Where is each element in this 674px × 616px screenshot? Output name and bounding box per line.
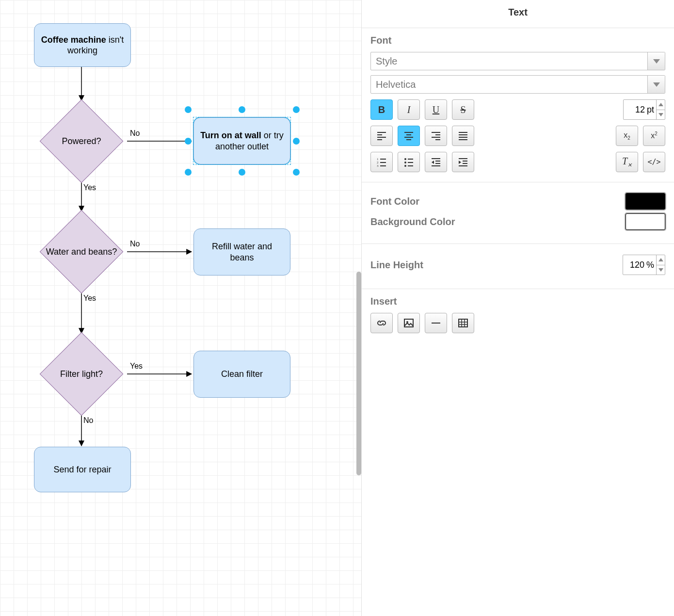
canvas[interactable]: Coffee machine isn't working Powered? Wa… — [0, 0, 362, 616]
svg-point-10 — [404, 158, 406, 160]
node-start-label: Coffee machine isn't working — [40, 34, 125, 56]
font-size-down[interactable] — [657, 110, 665, 120]
font-size-input[interactable]: 12 pt — [623, 99, 665, 120]
dropdown-icon — [647, 52, 665, 70]
html-button[interactable]: </> — [643, 152, 665, 172]
insert-link-button[interactable] — [370, 313, 393, 333]
node-refill[interactable]: Refill water and beans — [193, 228, 290, 276]
font-style-value: Style — [371, 56, 647, 67]
node-clean[interactable]: Clean filter — [193, 351, 290, 398]
clear-format-button[interactable]: T✕ — [616, 152, 638, 172]
node-turn-on-label: Turn on at wall or try another outlet — [200, 130, 284, 152]
node-powered[interactable]: Powered? — [52, 112, 111, 171]
align-center-button[interactable] — [398, 126, 420, 146]
font-color-swatch[interactable] — [626, 193, 665, 210]
node-repair-label: Send for repair — [53, 464, 111, 475]
svg-rect-15 — [459, 319, 467, 327]
node-refill-label: Refill water and beans — [200, 241, 284, 263]
svg-rect-13 — [404, 319, 413, 327]
svg-point-11 — [404, 162, 406, 163]
insert-hr-button[interactable] — [425, 313, 447, 333]
node-clean-label: Clean filter — [221, 369, 263, 380]
dropdown-icon — [647, 76, 665, 93]
canvas-scrollbar[interactable] — [356, 272, 361, 475]
edge-label-no1[interactable]: No — [130, 129, 140, 138]
insert-section: Insert — [362, 289, 674, 343]
format-panel: Text Font Style Helvetica B I U S 12 pt — [362, 0, 674, 616]
node-turn-on[interactable]: Turn on at wall or try another outlet — [193, 117, 290, 164]
svg-point-12 — [404, 165, 406, 167]
panel-title: Text — [362, 0, 674, 28]
font-family-value: Helvetica — [371, 79, 647, 90]
node-powered-label: Powered? — [62, 136, 101, 147]
ordered-list-button[interactable]: 123 — [370, 152, 393, 172]
svg-text:3: 3 — [377, 164, 379, 168]
node-repair[interactable]: Send for repair — [34, 447, 131, 492]
bold-button[interactable]: B — [370, 99, 393, 120]
node-waterbeans[interactable]: Water and beans? — [52, 222, 111, 281]
underline-button[interactable]: U — [425, 99, 447, 120]
node-filter[interactable]: Filter light? — [52, 344, 111, 404]
font-size-up[interactable] — [657, 100, 665, 110]
bg-color-label: Background Color — [370, 216, 455, 227]
insert-table-button[interactable] — [452, 313, 474, 333]
indent-button[interactable] — [452, 152, 474, 172]
strike-button[interactable]: S — [452, 99, 474, 120]
edges-layer — [0, 0, 361, 616]
line-height-up[interactable] — [657, 255, 665, 265]
font-style-select[interactable]: Style — [370, 52, 665, 70]
line-height-label: Line Height — [370, 259, 423, 271]
unordered-list-button[interactable] — [398, 152, 420, 172]
line-height-input[interactable]: 120 % — [623, 255, 665, 275]
edge-label-yes3[interactable]: Yes — [130, 362, 143, 371]
font-color-label: Font Color — [370, 196, 419, 207]
colors-section: Font Color Background Color — [362, 182, 674, 243]
font-family-select[interactable]: Helvetica — [370, 75, 665, 94]
subscript-button[interactable]: x2 — [616, 126, 638, 146]
insert-section-title: Insert — [370, 296, 665, 307]
align-justify-button[interactable] — [452, 126, 474, 146]
edge-label-yes2[interactable]: Yes — [83, 294, 96, 303]
node-filter-label: Filter light? — [60, 369, 103, 380]
bg-color-swatch[interactable] — [626, 213, 665, 230]
edge-label-no2[interactable]: No — [130, 240, 140, 248]
line-height-down[interactable] — [657, 265, 665, 275]
align-left-button[interactable] — [370, 126, 393, 146]
outdent-button[interactable] — [425, 152, 447, 172]
align-right-button[interactable] — [425, 126, 447, 146]
line-height-section: Line Height 120 % — [362, 243, 674, 289]
font-section-title: Font — [370, 35, 665, 46]
superscript-button[interactable]: x2 — [643, 126, 665, 146]
edge-label-no3[interactable]: No — [83, 416, 93, 425]
node-waterbeans-label: Water and beans? — [46, 246, 117, 258]
italic-button[interactable]: I — [398, 99, 420, 120]
insert-image-button[interactable] — [398, 313, 420, 333]
node-start[interactable]: Coffee machine isn't working — [34, 23, 131, 67]
font-section: Font Style Helvetica B I U S 12 pt — [362, 28, 674, 182]
edge-label-yes1[interactable]: Yes — [83, 183, 96, 192]
